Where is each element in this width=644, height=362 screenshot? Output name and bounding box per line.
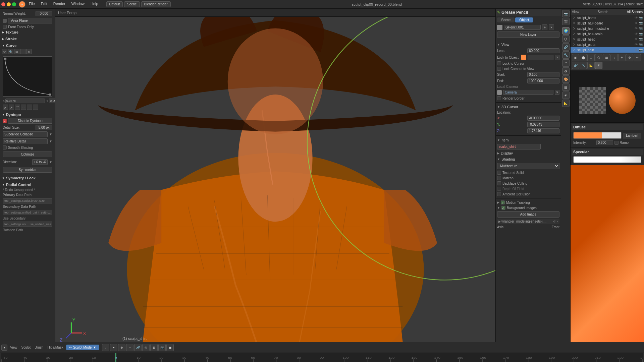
minimize-button[interactable] — [7, 2, 11, 6]
curve-icon-2[interactable]: ↗ — [9, 105, 14, 110]
curve-btn-2[interactable]: 🔍 — [8, 49, 13, 54]
viewport[interactable]: User Persp — [55, 9, 495, 342]
ramp-checkbox[interactable] — [614, 141, 619, 145]
prop-icon-material[interactable]: 🎨 — [562, 75, 570, 83]
curve-y-input[interactable] — [49, 99, 55, 103]
mat-icon-2[interactable]: ⬤ — [580, 54, 587, 61]
gp-scene-tab[interactable]: Scene — [497, 17, 515, 22]
prop-icon-physics[interactable]: ⚙ — [562, 67, 570, 75]
gp-layer-name[interactable] — [504, 25, 541, 30]
primary-data-value[interactable]: tool_settings.sculpt.brush.size — [3, 198, 52, 203]
relative-detail-select[interactable]: Relative Detail — [3, 138, 48, 144]
camera-clear[interactable]: × — [555, 90, 559, 95]
diffuse-color-picker[interactable] — [573, 132, 622, 139]
disable-dyntopo-btn[interactable]: Disable Dyntopo — [8, 118, 52, 124]
tool-icon-3[interactable]: ⊕ — [118, 344, 125, 351]
clip-end-input[interactable] — [527, 78, 559, 83]
curve-x-input[interactable] — [5, 99, 45, 103]
new-layer-btn[interactable]: New Layer — [497, 32, 559, 38]
outliner-view-label[interactable]: View — [572, 10, 579, 14]
tool-icon-4[interactable]: ↔ — [126, 344, 133, 351]
textured-solid-checkbox[interactable] — [497, 171, 501, 175]
curve-header[interactable]: ▼ Curve — [1, 43, 54, 48]
outliner-hair-mustache-render[interactable]: 📷 — [639, 27, 643, 30]
camera-input[interactable] — [503, 90, 553, 95]
mat-icon-5[interactable]: ▦ — [603, 54, 610, 61]
gp-object-tab[interactable]: Object — [515, 17, 533, 22]
curve-icon-1[interactable]: ↙ — [3, 105, 8, 110]
normal-weight-value[interactable]: 0.000 — [36, 11, 52, 16]
secondary-data-value[interactable]: tool_settings.unified_paint_settin... — [3, 210, 52, 215]
detail-size-value[interactable]: 5.00 px — [36, 125, 52, 130]
curve-icon-4[interactable]: ⌣ — [21, 105, 26, 110]
motion-tracking-checkbox[interactable]: ✓ — [501, 200, 505, 204]
maximize-button[interactable] — [12, 2, 16, 6]
menu-file[interactable]: File — [26, 1, 38, 8]
outliner-boots-render[interactable]: 📷 — [639, 16, 643, 19]
outliner-parts-vis[interactable]: 👁 — [635, 43, 638, 46]
outliner-item-shirt[interactable]: ▷ sculpt_shirt 👁 📷 — [571, 47, 644, 53]
area-plane-select[interactable]: Area Plane — [8, 18, 52, 23]
curve-icon-6[interactable]: ⁻ — [33, 105, 38, 110]
prop-icon-data[interactable]: 📐 — [562, 100, 570, 107]
toolbar-blender-icon[interactable]: ● — [1, 345, 7, 351]
prop-icon-particles[interactable]: ∷ — [562, 59, 570, 67]
outliner-head-vis[interactable]: 👁 — [635, 38, 638, 41]
area-plane-checkbox[interactable] — [3, 19, 7, 23]
lens-input[interactable] — [527, 48, 559, 53]
shading-header[interactable]: ▼ Shading — [496, 156, 561, 162]
depth-of-field-checkbox[interactable] — [497, 187, 501, 191]
display-header[interactable]: ▶ Display — [496, 150, 561, 156]
specular-color[interactable] — [573, 156, 641, 163]
outliner-item-boots[interactable]: ▷ sculpt_boots 👁 📷 — [571, 15, 644, 20]
optimize-btn[interactable]: Optimize — [3, 152, 52, 157]
outliner-item-hair-scalp[interactable]: ▷ sculpt_hair-scalp 👁 📷 — [571, 31, 644, 37]
curve-btn-4[interactable]: — — [20, 49, 25, 54]
bg-image-close[interactable]: × — [556, 220, 558, 223]
lock-to-cursor-checkbox[interactable] — [497, 61, 501, 65]
bg-image-sync[interactable]: ↺ — [553, 220, 556, 223]
subdivide-collapse-row[interactable]: Subdivide Collapse ▼ — [1, 131, 54, 138]
curve-widget[interactable] — [3, 56, 52, 97]
ambient-occlusion-checkbox[interactable] — [497, 192, 501, 196]
mat-icon-12[interactable]: 📐 — [587, 62, 595, 69]
tool-icon-snap[interactable]: 🔗 — [134, 344, 142, 351]
outliner-shirt-vis[interactable]: 👁 — [635, 48, 638, 52]
bg-images-checkbox[interactable]: ✓ — [501, 206, 505, 210]
mat-icon-7[interactable]: ☀ — [618, 54, 626, 61]
front-faces-checkbox[interactable] — [3, 25, 7, 29]
curve-icon-5[interactable]: ⁻ — [27, 105, 32, 110]
clip-start-input[interactable] — [527, 72, 559, 77]
mat-icon-6[interactable]: ↕ — [610, 54, 618, 61]
lock-to-object-input[interactable] — [528, 55, 553, 60]
prop-icon-constraints[interactable]: 🔗 — [562, 43, 570, 51]
curve-icon-3[interactable]: ⌒ — [15, 105, 20, 110]
item-name-input[interactable] — [497, 144, 541, 149]
menu-window[interactable]: Window — [69, 1, 87, 8]
workspace-selector[interactable]: Default — [106, 1, 123, 7]
item-header[interactable]: ▼ Item — [496, 137, 561, 143]
cursor-x-input[interactable] — [527, 116, 559, 121]
render-border-checkbox[interactable] — [497, 96, 501, 100]
mat-icon-11[interactable]: 🔧 — [580, 62, 587, 69]
curve-btn-3[interactable]: ⊞ — [14, 49, 19, 54]
diffuse-header[interactable]: Diffuse — [572, 124, 643, 130]
use-secondary-value[interactable]: tool_settings.uni...use_unified_size — [3, 222, 52, 227]
outliner-all-scenes[interactable]: All Scenes — [627, 10, 643, 14]
direction-select[interactable]: +X to -X — [32, 159, 48, 165]
prop-icon-texture[interactable]: ▦ — [562, 83, 570, 91]
prop-icon-render[interactable]: 📷 — [562, 10, 570, 17]
specular-header[interactable]: Specular — [572, 149, 643, 155]
tool-icon-2[interactable]: ● — [110, 344, 117, 351]
prop-icon-world[interactable]: 🌍 — [562, 27, 570, 35]
view-section-header[interactable]: ▼ View — [496, 42, 561, 48]
outliner-hair-mustache-vis[interactable]: 👁 — [635, 27, 638, 30]
symmetrize-btn[interactable]: Symmetrize — [3, 167, 52, 173]
tool-icon-camera[interactable]: 📷 — [158, 344, 166, 351]
prop-icon-scene[interactable]: 🎬 — [562, 18, 570, 25]
sculpt-mode-btn[interactable]: ✏ Sculpt Mode ▼ — [66, 345, 100, 350]
mat-icon-3[interactable]: □ — [587, 54, 595, 61]
prop-icon-modifiers[interactable]: 🔧 — [562, 51, 570, 59]
curve-btn-5[interactable]: × — [26, 49, 32, 54]
close-button[interactable] — [1, 2, 5, 6]
